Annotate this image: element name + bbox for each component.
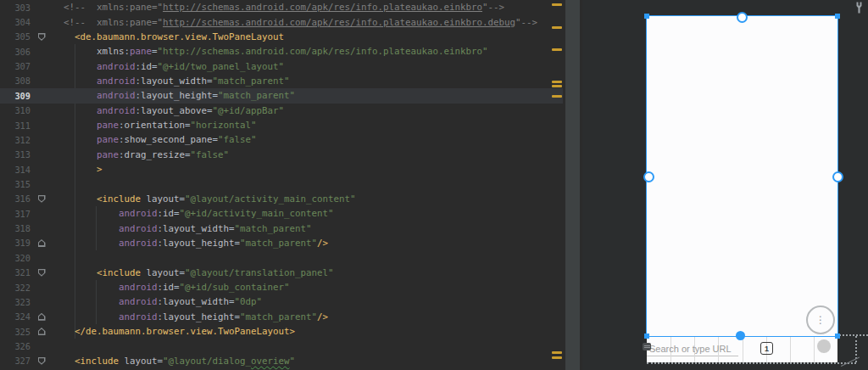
line-number[interactable]: 324 xyxy=(0,311,31,322)
line-number[interactable]: 321 xyxy=(0,267,31,278)
constraint-anchor-top[interactable] xyxy=(737,12,748,23)
warning-mark[interactable] xyxy=(552,26,562,29)
warning-mark[interactable] xyxy=(552,95,562,98)
code-line[interactable]: 323 android:layout_width="0dp" xyxy=(0,294,563,309)
line-number[interactable]: 303 xyxy=(0,3,31,13)
code-line[interactable]: 326 xyxy=(0,339,563,353)
fold-close-icon[interactable] xyxy=(38,313,46,321)
fold-close-icon[interactable] xyxy=(38,239,46,247)
line-number[interactable]: 312 xyxy=(0,135,31,145)
warning-mark[interactable] xyxy=(552,356,562,359)
code-line[interactable]: 308 android:layout_width="match_parent" xyxy=(0,74,563,88)
code-text[interactable]: android:id="@+id/sub_container" xyxy=(53,282,563,293)
selection-handle-bottom-left[interactable] xyxy=(644,334,649,339)
selection-handle-bottom-right[interactable] xyxy=(835,334,840,339)
line-number[interactable]: 327 xyxy=(0,356,31,366)
line-number[interactable]: 319 xyxy=(0,238,31,248)
warning-mark[interactable] xyxy=(552,81,562,83)
code-line[interactable]: 305 <de.baumann.browser.view.TwoPaneLayo… xyxy=(0,30,563,44)
code-text[interactable]: pane:show_second_pane="false" xyxy=(53,134,563,145)
editor-scrollbar[interactable] xyxy=(563,0,582,370)
wrench-icon[interactable] xyxy=(854,2,865,14)
line-number[interactable]: 318 xyxy=(0,223,31,233)
code-line[interactable]: 307 android:id="@+id/two_panel_layout" xyxy=(0,59,563,73)
toolbar-circle-icon[interactable] xyxy=(817,339,831,353)
code-text[interactable]: android:layout_width="match_parent" xyxy=(53,223,563,234)
line-number[interactable]: 323 xyxy=(0,297,31,307)
line-number[interactable]: 305 xyxy=(0,31,31,42)
line-number[interactable]: 311 xyxy=(0,121,31,131)
code-text[interactable]: <de.baumann.browser.view.TwoPaneLayout xyxy=(53,31,563,42)
line-number[interactable]: 317 xyxy=(0,209,31,219)
line-number[interactable]: 308 xyxy=(0,76,31,86)
constraint-anchor-bottom[interactable] xyxy=(736,331,745,340)
fold-open-icon[interactable] xyxy=(38,33,46,41)
warning-mark[interactable] xyxy=(552,3,562,6)
menu-icon[interactable] xyxy=(643,343,651,350)
warning-mark[interactable] xyxy=(552,85,562,87)
code-line[interactable]: 318 android:layout_width="match_parent" xyxy=(0,221,563,235)
line-number[interactable]: 320 xyxy=(0,253,31,263)
code-line[interactable]: 319 android:layout_height="match_parent"… xyxy=(0,236,563,250)
code-line[interactable]: 311 pane:orientation="horizontal" xyxy=(0,118,563,132)
code-text[interactable]: android:layout_height="match_parent"/> xyxy=(53,311,563,322)
line-number[interactable]: 306 xyxy=(0,47,31,57)
code-text[interactable]: android:id="@+id/activity_main_content" xyxy=(53,208,563,219)
line-number[interactable]: 316 xyxy=(0,193,31,204)
code-text[interactable]: pane:drag_resize="false" xyxy=(53,149,563,160)
code-line[interactable]: 325 </de.baumann.browser.view.TwoPaneLay… xyxy=(0,324,563,339)
code-text[interactable]: xmlns:pane="http://schemas.android.com/a… xyxy=(53,46,563,57)
line-number[interactable]: 315 xyxy=(0,179,31,189)
tab-count-icon[interactable]: 1 xyxy=(760,342,773,355)
code-text[interactable]: android:layout_above="@+id/appBar" xyxy=(53,105,563,116)
code-line[interactable]: 321 <include layout="@layout/translation… xyxy=(0,265,563,279)
code-line[interactable]: 312 pane:show_second_pane="false" xyxy=(0,132,563,147)
line-number[interactable]: 322 xyxy=(0,283,31,293)
code-line[interactable]: 313 pane:drag_resize="false" xyxy=(0,148,563,162)
line-number[interactable]: 314 xyxy=(0,165,31,175)
warning-mark[interactable] xyxy=(552,48,562,51)
code-line[interactable]: 303<!-- xmlns:pane="http://schemas.andro… xyxy=(0,0,563,14)
line-number[interactable]: 310 xyxy=(0,105,31,115)
code-text[interactable]: pane:orientation="horizontal" xyxy=(53,120,563,131)
line-number[interactable]: 313 xyxy=(0,149,31,160)
warning-mark[interactable] xyxy=(552,351,562,354)
code-line[interactable]: 314 > xyxy=(0,162,563,177)
line-number[interactable]: 325 xyxy=(0,327,31,337)
fold-open-icon[interactable] xyxy=(38,269,46,277)
constraint-anchor-right[interactable] xyxy=(832,171,843,182)
code-line[interactable]: 310 android:layout_above="@+id/appBar" xyxy=(0,104,563,118)
code-line[interactable]: 309 android:layout_height="match_parent" xyxy=(0,88,563,103)
code-line[interactable]: 316 <include layout="@layout/activity_ma… xyxy=(0,192,563,206)
code-text[interactable]: <!-- xmlns:pane="http://schemas.android.… xyxy=(53,2,563,13)
code-text[interactable]: android:layout_height="match_parent" xyxy=(53,90,563,101)
code-line[interactable]: 304<!-- xmlns:pane="http://schemas.andro… xyxy=(0,14,563,29)
selection-handle-top-left[interactable] xyxy=(644,14,649,19)
code-text[interactable]: <include layout="@layout/dialog_overiew" xyxy=(53,356,563,367)
line-number[interactable]: 326 xyxy=(0,341,31,351)
line-number[interactable]: 304 xyxy=(0,17,31,27)
selection-rectangle[interactable] xyxy=(646,15,838,337)
fold-close-icon[interactable] xyxy=(38,328,46,335)
fold-open-icon[interactable] xyxy=(38,357,46,365)
code-line[interactable]: 324 android:layout_height="match_parent"… xyxy=(0,310,563,324)
code-text[interactable]: <!-- xmlns:pane="http://schemas.android.… xyxy=(53,17,563,28)
code-text[interactable]: > xyxy=(53,164,563,175)
code-text[interactable]: </de.baumann.browser.view.TwoPaneLayout> xyxy=(53,326,563,337)
code-line[interactable]: 306 xmlns:pane="http://schemas.android.c… xyxy=(0,44,563,59)
code-line[interactable]: 315 xyxy=(0,177,563,191)
code-text[interactable]: android:layout_width="0dp" xyxy=(53,296,563,307)
fold-open-icon[interactable] xyxy=(38,195,46,203)
line-number[interactable]: 307 xyxy=(0,61,31,71)
selection-handle-top-right[interactable] xyxy=(835,14,840,19)
code-line[interactable]: 327 <include layout="@layout/dialog_over… xyxy=(0,354,563,368)
line-number[interactable]: 309 xyxy=(0,91,31,101)
code-text[interactable]: android:layout_height="match_parent"/> xyxy=(53,238,563,249)
url-toolbar[interactable]: Search or type URL 1 xyxy=(647,337,837,362)
constraint-anchor-left[interactable] xyxy=(643,171,654,182)
code-line[interactable]: 322 android:id="@+id/sub_container" xyxy=(0,280,563,294)
code-text[interactable]: android:id="@+id/two_panel_layout" xyxy=(53,61,563,72)
code-text[interactable]: android:layout_width="match_parent" xyxy=(53,76,563,87)
url-input[interactable]: Search or type URL xyxy=(649,337,732,361)
scrollbar-thumb[interactable] xyxy=(565,0,580,370)
